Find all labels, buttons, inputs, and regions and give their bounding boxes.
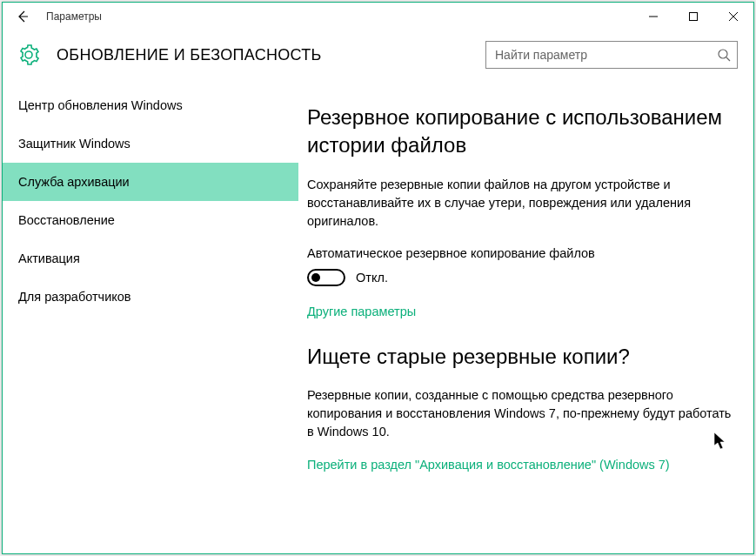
back-button[interactable] [11, 5, 34, 28]
win7-backup-link[interactable]: Перейти в раздел "Архивация и восстановл… [307, 458, 670, 472]
svg-line-5 [726, 57, 730, 61]
settings-window: Параметры ОБНОВЛЕНИЕ И БЕЗОПАСНОСТЬ [2, 2, 754, 554]
section-title-file-history: Резервное копирование с использованием и… [307, 104, 733, 160]
window-controls [633, 3, 753, 30]
sidebar-item-update[interactable]: Центр обновления Windows [3, 86, 298, 124]
maximize-icon [689, 12, 698, 21]
back-arrow-icon [16, 10, 30, 23]
toggle-row: Откл. [307, 269, 733, 286]
page-title: ОБНОВЛЕНИЕ И БЕЗОПАСНОСТЬ [57, 46, 322, 64]
svg-rect-1 [690, 13, 698, 21]
body: Центр обновления Windows Защитник Window… [3, 84, 753, 553]
header-row: ОБНОВЛЕНИЕ И БЕЗОПАСНОСТЬ [3, 30, 753, 84]
minimize-button[interactable] [633, 3, 673, 30]
toggle-knob [311, 273, 320, 282]
toggle-state-label: Откл. [356, 271, 388, 285]
section-desc-file-history: Сохраняйте резервные копии файлов на дру… [307, 176, 733, 231]
gear-icon [18, 44, 39, 65]
sidebar-item-backup[interactable]: Служба архивации [3, 163, 298, 201]
sidebar-item-defender[interactable]: Защитник Windows [3, 124, 298, 163]
close-button[interactable] [713, 3, 753, 30]
maximize-button[interactable] [673, 3, 713, 30]
search-icon [717, 48, 731, 62]
sidebar-item-activation[interactable]: Активация [3, 239, 298, 278]
minimize-icon [649, 12, 658, 21]
auto-backup-toggle[interactable] [307, 269, 345, 286]
section-title-old-backups: Ищете старые резервные копии? [307, 343, 733, 371]
svg-point-4 [719, 50, 727, 58]
auto-backup-label: Автоматическое резервное копирование фай… [307, 246, 733, 260]
sidebar: Центр обновления Windows Защитник Window… [3, 84, 298, 553]
search-input[interactable] [485, 41, 738, 69]
more-params-link[interactable]: Другие параметры [307, 305, 416, 318]
close-icon [729, 12, 738, 21]
search-wrap [485, 41, 738, 69]
content-area: Резервное копирование с использованием и… [298, 84, 753, 553]
sidebar-item-recovery[interactable]: Восстановление [3, 201, 298, 239]
sidebar-item-developers[interactable]: Для разработчиков [3, 278, 298, 316]
window-title: Параметры [46, 10, 102, 23]
titlebar: Параметры [3, 3, 753, 30]
section-desc-old-backups: Резервные копии, созданные с помощью сре… [307, 386, 733, 441]
